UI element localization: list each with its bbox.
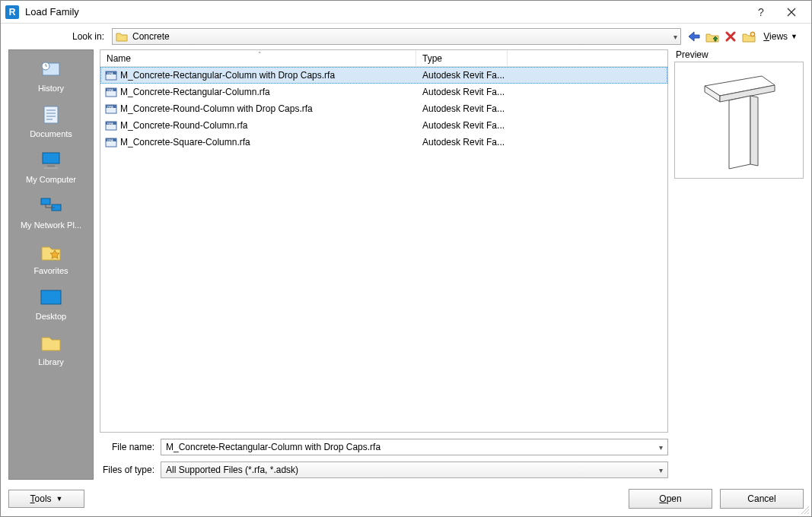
place-favorites[interactable]: Favorites [12, 240, 90, 275]
new-folder-icon[interactable] [742, 30, 756, 43]
documents-icon [37, 103, 65, 126]
svg-marker-29 [750, 96, 758, 166]
file-name-cell: RFAM_Concrete-Round-Column.rfa [100, 120, 416, 131]
svg-rect-9 [41, 290, 61, 304]
preview-image-icon [689, 67, 788, 173]
open-button[interactable]: Open [629, 489, 712, 509]
filetype-select[interactable]: All Supported Files (*.rfa, *.adsk) ▾ [161, 461, 668, 478]
place-label: Desktop [36, 312, 66, 321]
place-label: Documents [30, 129, 72, 138]
rfa-file-icon: RFA [105, 70, 117, 81]
desktop-icon [37, 286, 65, 309]
place-label: Favorites [33, 266, 68, 275]
chevron-down-icon: ▾ [659, 466, 663, 474]
views-menu[interactable]: Views ▼ [760, 30, 801, 43]
file-type-cell: Autodesk Revit Fa... [416, 103, 508, 114]
places-bar: History Documents My Computer My Network… [8, 49, 94, 480]
filename-row: File name: M_Concrete-Rectangular-Column… [100, 439, 668, 455]
place-history[interactable]: History [12, 58, 90, 93]
table-row[interactable]: RFAM_Concrete-Rectangular-Column with Dr… [100, 67, 667, 84]
close-button[interactable] [776, 2, 807, 22]
svg-rect-6 [44, 167, 58, 169]
filename-label: File name: [100, 442, 161, 452]
titlebar: R Load Family ? [1, 1, 811, 24]
place-label: My Computer [26, 175, 76, 184]
bottom-bar: Tools ▼ Open Cancel [1, 484, 811, 516]
lookin-select[interactable]: Concrete ▾ [112, 28, 681, 45]
file-name-cell: RFAM_Concrete-Round-Column with Drop Cap… [100, 103, 416, 114]
file-name-cell: RFAM_Concrete-Rectangular-Column.rfa [100, 87, 416, 97]
column-header-name[interactable]: Name ˄ [100, 50, 416, 66]
file-list: Name ˄ Type RFAM_Concrete-Rectangular-Co… [100, 49, 668, 433]
place-label: History [38, 84, 64, 93]
cancel-button[interactable]: Cancel [720, 489, 804, 509]
rfa-file-icon: RFA [105, 120, 117, 131]
lookin-value: Concrete [132, 31, 170, 42]
file-name-cell: RFAM_Concrete-Square-Column.rfa [100, 137, 416, 147]
table-row[interactable]: RFAM_Concrete-Round-Column.rfaAutodesk R… [100, 117, 667, 134]
rfa-file-icon: RFA [105, 103, 117, 114]
place-desktop[interactable]: Desktop [12, 286, 90, 321]
preview-label: Preview [674, 49, 804, 60]
library-icon [37, 331, 65, 354]
svg-marker-28 [729, 96, 750, 169]
tools-menu[interactable]: Tools ▼ [8, 490, 84, 508]
delete-icon[interactable] [724, 30, 737, 43]
favorites-icon [37, 240, 65, 263]
svg-text:RFA: RFA [107, 88, 113, 92]
svg-text:RFA: RFA [107, 71, 113, 75]
file-name-cell: RFAM_Concrete-Rectangular-Column with Dr… [100, 70, 416, 81]
help-button[interactable]: ? [746, 2, 776, 22]
filetype-row: Files of type: All Supported Files (*.rf… [100, 461, 668, 478]
list-body[interactable]: RFAM_Concrete-Rectangular-Column with Dr… [100, 67, 667, 432]
rfa-file-icon: RFA [105, 87, 117, 97]
place-label: Library [38, 357, 64, 366]
preview-box [674, 62, 804, 179]
table-row[interactable]: RFAM_Concrete-Rectangular-Column.rfaAuto… [100, 84, 667, 100]
history-icon [37, 58, 65, 81]
place-documents[interactable]: Documents [12, 103, 90, 138]
svg-text:RFA: RFA [107, 122, 113, 125]
svg-text:RFA: RFA [107, 138, 113, 142]
window-title: Load Family [25, 6, 746, 17]
column-header-type[interactable]: Type [416, 50, 508, 66]
body-area: History Documents My Computer My Network… [1, 49, 811, 484]
chevron-down-icon: ▼ [791, 33, 798, 40]
lookin-row: Look in: Concrete ▾ Views ▼ [1, 24, 811, 49]
filename-input[interactable]: M_Concrete-Rectangular-Column with Drop … [161, 439, 668, 455]
file-type-cell: Autodesk Revit Fa... [416, 120, 508, 131]
list-header: Name ˄ Type [100, 50, 667, 67]
sort-caret-icon: ˄ [258, 51, 262, 59]
lookin-label: Look in: [8, 31, 112, 42]
folder-up-icon[interactable] [705, 30, 719, 43]
place-label: My Network Pl... [21, 220, 81, 230]
place-network[interactable]: My Network Pl... [12, 195, 90, 230]
resize-grip-icon[interactable] [800, 505, 809, 514]
toolbar-icons: Views ▼ [687, 30, 801, 43]
main-column: Name ˄ Type RFAM_Concrete-Rectangular-Co… [100, 49, 668, 480]
svg-rect-7 [41, 198, 50, 205]
table-row[interactable]: RFAM_Concrete-Square-Column.rfaAutodesk … [100, 134, 667, 151]
rfa-file-icon: RFA [105, 137, 117, 147]
svg-rect-4 [43, 153, 59, 163]
place-mycomputer[interactable]: My Computer [12, 149, 90, 184]
filetype-label: Files of type: [100, 465, 161, 475]
back-icon[interactable] [687, 30, 701, 43]
svg-text:RFA: RFA [107, 105, 113, 109]
svg-rect-5 [47, 165, 55, 167]
revit-app-icon: R [5, 5, 19, 19]
file-fields: File name: M_Concrete-Rectangular-Column… [100, 433, 668, 480]
svg-rect-3 [44, 106, 58, 123]
preview-column: Preview [674, 49, 804, 480]
folder-icon [116, 31, 128, 42]
chevron-down-icon: ▾ [673, 33, 677, 41]
file-type-cell: Autodesk Revit Fa... [416, 70, 508, 81]
place-library[interactable]: Library [12, 331, 90, 366]
load-family-dialog: R Load Family ? Look in: Concrete ▾ [0, 0, 812, 517]
computer-icon [37, 149, 65, 172]
file-type-cell: Autodesk Revit Fa... [416, 87, 508, 97]
table-row[interactable]: RFAM_Concrete-Round-Column with Drop Cap… [100, 100, 667, 117]
network-icon [37, 195, 65, 217]
file-type-cell: Autodesk Revit Fa... [416, 137, 508, 147]
chevron-down-icon: ▼ [56, 495, 63, 503]
